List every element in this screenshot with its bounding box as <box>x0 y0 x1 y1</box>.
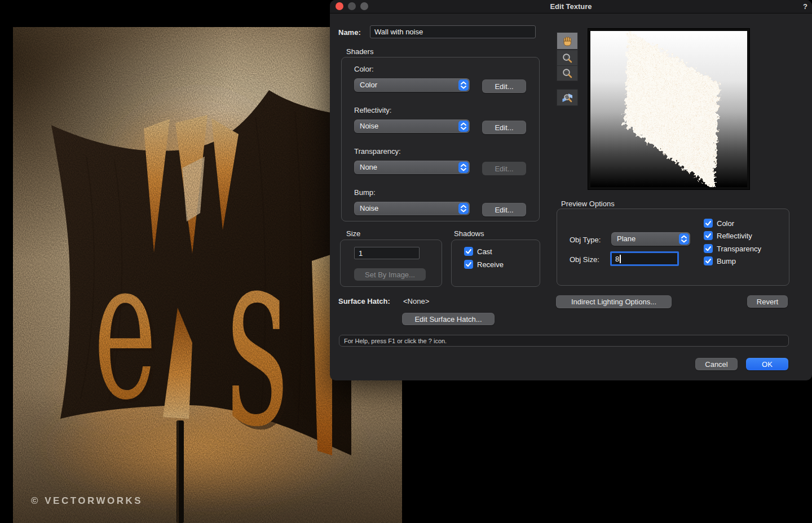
preview-bump-row[interactable]: Bump <box>704 256 736 265</box>
obj-type-select[interactable]: Plane <box>611 232 690 246</box>
shaders-group-label: Shaders <box>346 47 373 56</box>
dialog-titlebar[interactable]: Edit Texture ? <box>330 0 812 14</box>
stepper-icon <box>458 203 469 214</box>
reflectivity-shader-label: Reflectivity: <box>354 106 391 114</box>
preview-transparency-row[interactable]: Transparency <box>704 244 761 253</box>
zoom-out-icon <box>562 68 573 79</box>
cast-checkbox-row[interactable]: Cast <box>464 247 492 256</box>
hand-icon <box>562 36 573 47</box>
preview-transparency-checkbox[interactable] <box>704 244 713 253</box>
watermark: © VECTORWORKS <box>31 495 143 506</box>
reflectivity-edit-button[interactable]: Edit... <box>482 121 526 134</box>
obj-size-input[interactable]: 8 <box>610 251 679 266</box>
bump-edit-button[interactable]: Edit... <box>482 203 526 216</box>
receive-checkbox-row[interactable]: Receive <box>464 260 504 269</box>
dialog-title: Edit Texture <box>330 0 812 12</box>
zoom-in-icon <box>562 52 573 64</box>
preview-reflectivity-checkbox[interactable] <box>704 231 713 240</box>
stepper-icon <box>458 162 469 173</box>
name-input[interactable] <box>370 25 536 38</box>
color-shader-select[interactable]: Color <box>354 78 470 92</box>
help-bar: For Help, press F1 or click the ? icon. <box>339 335 789 347</box>
preview-bump-checkbox[interactable] <box>704 256 713 265</box>
update-preview-icon <box>561 91 573 104</box>
edit-texture-dialog: Edit Texture ? Name: Shaders Color: Colo… <box>330 0 812 380</box>
text-cursor <box>620 255 621 263</box>
hand-tool-button[interactable] <box>557 32 578 50</box>
cancel-button[interactable]: Cancel <box>695 358 738 370</box>
revert-button[interactable]: Revert <box>747 295 788 308</box>
zoom-out-tool-button[interactable] <box>557 65 578 81</box>
stepper-icon <box>458 121 469 132</box>
ok-button[interactable]: OK <box>746 358 788 370</box>
transparency-shader-label: Transparency: <box>354 147 401 156</box>
surface-hatch-label: Surface Hatch: <box>338 297 390 305</box>
transparency-edit-button: Edit... <box>482 162 526 175</box>
shadows-group-label: Shadows <box>454 229 484 238</box>
preview-reflectivity-row[interactable]: Reflectivity <box>704 231 752 240</box>
preview-color-checkbox[interactable] <box>704 219 713 228</box>
set-by-image-button: Set By Image... <box>354 268 426 281</box>
screen: e e s s © VECTORWORKS Edit Texture ? Nam… <box>0 0 812 523</box>
stepper-icon <box>679 233 689 245</box>
size-group-label: Size <box>346 229 360 238</box>
cast-label: Cast <box>477 247 492 256</box>
texture-preview[interactable] <box>588 28 750 190</box>
update-preview-tool-button[interactable] <box>557 89 578 106</box>
zoom-in-tool-button[interactable] <box>557 50 578 66</box>
bump-shader-select[interactable]: Noise <box>354 202 470 215</box>
transparency-shader-select[interactable]: None <box>354 161 470 174</box>
name-label: Name: <box>338 28 361 37</box>
obj-type-label: Obj Type: <box>570 236 601 244</box>
cast-checkbox[interactable] <box>464 247 473 256</box>
indirect-lighting-options-button[interactable]: Indirect Lighting Options... <box>556 295 672 308</box>
bump-shader-label: Bump: <box>354 188 376 197</box>
reflectivity-shader-select[interactable]: Noise <box>354 119 470 133</box>
receive-label: Receive <box>477 260 504 269</box>
preview-color-row[interactable]: Color <box>704 219 734 228</box>
surface-hatch-value: <None> <box>403 297 429 305</box>
edit-surface-hatch-button[interactable]: Edit Surface Hatch... <box>402 313 495 325</box>
preview-options-label: Preview Options <box>561 200 615 208</box>
color-shader-label: Color: <box>354 65 374 73</box>
size-input[interactable] <box>354 247 420 259</box>
receive-checkbox[interactable] <box>464 260 473 269</box>
help-icon[interactable]: ? <box>803 0 807 12</box>
color-edit-button[interactable]: Edit... <box>482 79 526 93</box>
obj-size-label: Obj Size: <box>570 255 599 264</box>
stepper-icon <box>458 79 469 91</box>
